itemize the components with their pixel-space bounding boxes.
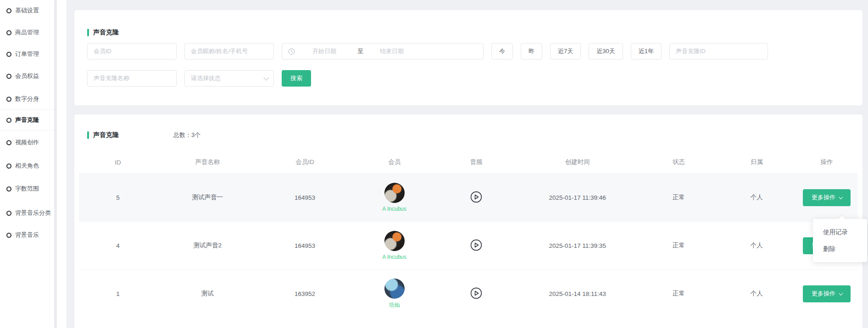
sidebar-item-label: 背景音乐分类 — [15, 209, 51, 217]
sidebar-item-label: 基础设置 — [15, 6, 39, 15]
sidebar-item-digital-avatar[interactable]: 数字分身 — [6, 94, 39, 104]
dropdown-item-delete[interactable]: 删除 — [813, 241, 867, 257]
end-date-placeholder: 结束日期 — [380, 47, 404, 55]
search-button[interactable]: 搜索 — [282, 70, 311, 87]
quick-filter-30days-button[interactable]: 近30天 — [589, 43, 623, 60]
col-header-status: 状态 — [640, 158, 718, 166]
chevron-down-icon — [839, 195, 843, 199]
cell-voice-name: 测试声音一 — [157, 193, 258, 202]
sidebar-divider — [0, 109, 54, 109]
radio-circle-icon — [6, 164, 11, 169]
cell-id: 4 — [79, 242, 157, 249]
table-row: 5 测试声音一 164953 A Incubus 2025-01-17 11:3… — [79, 173, 858, 221]
member-name-link[interactable]: A Incubus — [382, 206, 406, 212]
table-row: 1 测试 163952 培灿 2025-01-14 18:11:43 正常 个人… — [79, 269, 858, 317]
sidebar-scrollbar[interactable] — [54, 0, 57, 328]
col-header-actions: 操作 — [796, 158, 858, 166]
total-count: 总数：3个 — [173, 131, 200, 139]
radio-circle-icon — [6, 52, 11, 57]
sidebar-item-order-mgmt[interactable]: 订单管理 — [6, 49, 39, 59]
placeholder-text: 声音克隆ID — [676, 47, 706, 55]
sidebar: 基础设置 商品管理 订单管理 会员权益 数字分身 声音克隆 视频创作 相关角色 … — [0, 0, 67, 328]
quick-filter-1year-button[interactable]: 近1年 — [631, 43, 662, 60]
cell-status: 正常 — [640, 241, 718, 250]
sidebar-item-member-benefits[interactable]: 会员权益 — [6, 71, 39, 81]
sidebar-item-basic-settings[interactable]: 基础设置 — [6, 6, 39, 15]
more-actions-button[interactable]: 更多操作 — [803, 189, 851, 206]
clock-icon — [288, 48, 295, 55]
col-header-member: 会员 — [351, 158, 437, 166]
sidebar-divider — [0, 130, 54, 131]
radio-circle-icon — [6, 233, 11, 238]
dropdown-item-usage-records[interactable]: 使用记录 — [813, 224, 867, 241]
date-separator: 至 — [357, 47, 363, 55]
status-select[interactable]: 请选择状态 — [184, 70, 274, 87]
play-audio-icon[interactable] — [470, 287, 482, 299]
panel-title-text: 声音克隆 — [93, 28, 119, 37]
play-audio-icon[interactable] — [470, 239, 482, 251]
cell-ownership: 个人 — [718, 193, 796, 202]
panel-title-text: 声音克隆 — [93, 131, 119, 139]
col-header-created: 创建时间 — [515, 158, 640, 166]
more-actions-label: 更多操作 — [812, 193, 835, 202]
cell-status: 正常 — [640, 193, 718, 202]
sidebar-item-label: 会员权益 — [15, 72, 39, 80]
voice-clone-id-input[interactable]: 声音克隆ID — [669, 43, 768, 60]
start-date-placeholder: 开始日期 — [312, 47, 336, 55]
sidebar-item-label: 字数范围 — [15, 185, 39, 193]
col-header-id: ID — [79, 159, 157, 166]
cell-id: 1 — [79, 290, 157, 297]
sidebar-item-related-roles[interactable]: 相关角色 — [6, 161, 39, 170]
quick-filter-7days-button[interactable]: 近7天 — [550, 43, 581, 60]
member-avatar — [384, 183, 405, 203]
member-avatar — [384, 231, 405, 251]
sidebar-item-product-mgmt[interactable]: 商品管理 — [6, 28, 39, 37]
member-name-link[interactable]: 培灿 — [389, 301, 400, 309]
radio-circle-icon — [6, 30, 11, 35]
sidebar-item-label: 商品管理 — [15, 28, 39, 37]
title-accent-bar — [87, 29, 89, 36]
col-header-member-id: 会员ID — [258, 158, 352, 166]
radio-circle-icon — [6, 74, 11, 79]
cell-status: 正常 — [640, 290, 718, 298]
sidebar-item-voice-clone[interactable]: 声音克隆 — [6, 115, 39, 125]
col-header-voice-name: 声音名称 — [157, 158, 258, 166]
voice-clone-table: ID 声音名称 会员ID 会员 音频 创建时间 状态 归属 操作 5 测试声音一… — [79, 151, 858, 317]
radio-circle-icon — [6, 8, 11, 13]
voice-clone-name-input[interactable]: 声音克隆名称 — [87, 70, 177, 87]
radio-circle-icon — [6, 97, 11, 102]
cell-member-id: 163952 — [258, 290, 352, 297]
cell-created-time: 2025-01-17 11:39:46 — [515, 194, 640, 201]
sidebar-item-label: 声音克隆 — [15, 116, 39, 124]
quick-filter-today-button[interactable]: 今 — [491, 43, 513, 60]
sidebar-item-label: 数字分身 — [15, 95, 39, 103]
table-panel-title: 声音克隆 总数：3个 — [87, 131, 200, 139]
more-actions-label: 更多操作 — [812, 290, 835, 298]
filter-panel: 声音克隆 会员ID 会员昵称/姓名/手机号 开始日期 至 结束日期 今 昨 近7… — [74, 10, 862, 105]
sidebar-item-bgm[interactable]: 背景音乐 — [6, 230, 39, 240]
table-row: 4 测试声音2 164953 A Incubus 2025-01-17 11:3… — [79, 221, 858, 269]
table-header-row: ID 声音名称 会员ID 会员 音频 创建时间 状态 归属 操作 — [79, 151, 858, 173]
member-info-input[interactable]: 会员昵称/姓名/手机号 — [184, 43, 274, 60]
radio-circle-icon — [6, 186, 11, 191]
cell-ownership: 个人 — [718, 290, 796, 298]
placeholder-text: 声音克隆名称 — [94, 74, 129, 82]
member-id-input[interactable]: 会员ID — [87, 43, 177, 60]
sidebar-item-bgm-category[interactable]: 背景音乐分类 — [6, 208, 51, 218]
col-header-audio: 音频 — [437, 158, 515, 166]
cell-created-time: 2025-01-14 18:11:43 — [515, 290, 640, 297]
member-name-link[interactable]: A Incubus — [382, 254, 406, 260]
sidebar-item-video-creation[interactable]: 视频创作 — [6, 138, 39, 147]
more-actions-button[interactable]: 更多操作 — [803, 285, 851, 302]
sidebar-item-word-range[interactable]: 字数范围 — [6, 184, 39, 193]
radio-circle-icon — [6, 211, 11, 216]
sidebar-item-label: 相关角色 — [15, 162, 39, 170]
filter-panel-title: 声音克隆 — [87, 28, 119, 37]
cell-ownership: 个人 — [718, 241, 796, 250]
quick-filter-yesterday-button[interactable]: 昨 — [521, 43, 542, 60]
cell-id: 5 — [79, 194, 157, 201]
chevron-down-icon — [263, 75, 269, 81]
title-accent-bar — [87, 131, 89, 139]
date-range-picker[interactable]: 开始日期 至 结束日期 — [282, 43, 484, 60]
play-audio-icon[interactable] — [470, 191, 482, 203]
